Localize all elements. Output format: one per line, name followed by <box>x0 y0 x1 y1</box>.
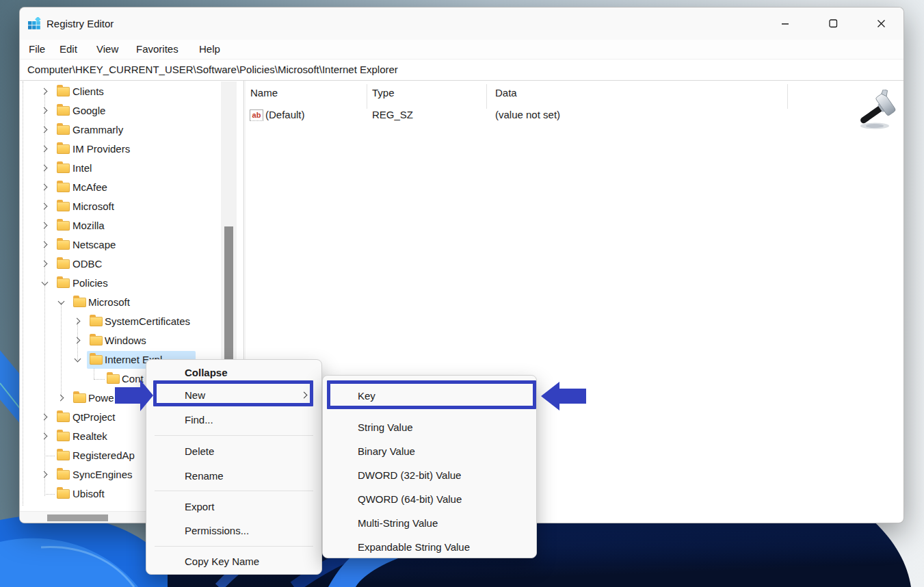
submenu-item-multi-string-value[interactable]: Multi-String Value <box>358 511 438 535</box>
tree-item-label: Netscape <box>72 235 116 255</box>
string-value-icon: ab <box>250 109 263 121</box>
desktop: Registry Editor File Edit View Favorites… <box>0 0 924 587</box>
chevron-right-icon[interactable] <box>75 318 81 325</box>
chevron-right-icon[interactable] <box>42 165 49 172</box>
tree-row[interactable]: Google <box>20 101 220 120</box>
folder-icon <box>73 393 86 403</box>
tree-row[interactable]: SystemCertificates <box>20 312 220 331</box>
menu-item-rename[interactable]: Rename <box>185 464 224 488</box>
folder-icon <box>57 202 70 211</box>
tree-item-label: Google <box>72 101 105 120</box>
column-divider[interactable] <box>486 84 487 109</box>
chevron-down-icon[interactable] <box>42 280 49 287</box>
hammer-cursor-icon <box>854 90 898 133</box>
menu-file[interactable]: File <box>27 40 47 59</box>
chevron-right-icon[interactable] <box>42 261 49 268</box>
chevron-right-icon[interactable] <box>42 471 49 478</box>
menu-edit[interactable]: Edit <box>58 40 79 59</box>
chevron-down-icon[interactable] <box>58 299 65 306</box>
chevron-right-icon[interactable] <box>42 146 49 153</box>
folder-icon <box>57 259 70 269</box>
submenu-item-qword-value[interactable]: QWORD (64-bit) Value <box>358 487 462 511</box>
chevron-down-icon[interactable] <box>75 356 81 363</box>
folder-icon <box>73 298 86 307</box>
tree-item-label: SyncEngines <box>72 465 133 484</box>
menu-view[interactable]: View <box>95 40 120 59</box>
column-header-data[interactable]: Data <box>495 83 517 103</box>
tree-row[interactable]: Microsoft <box>20 197 220 216</box>
menu-separator <box>155 546 313 547</box>
submenu-item-expandable-string-value[interactable]: Expandable String Value <box>358 535 470 559</box>
highlight-box-key <box>327 380 536 409</box>
folder-icon <box>57 278 70 288</box>
chevron-right-icon[interactable] <box>42 107 49 114</box>
tree-row[interactable]: Mozilla <box>20 216 220 235</box>
tree-item-label: Mozilla <box>72 216 105 235</box>
menu-favorites[interactable]: Favorites <box>135 40 180 59</box>
column-header-name[interactable]: Name <box>250 83 278 103</box>
chevron-right-icon[interactable] <box>58 395 65 402</box>
close-button[interactable] <box>865 12 897 35</box>
tree-row[interactable]: Grammarly <box>20 120 220 140</box>
menu-item-find[interactable]: Find... <box>185 408 213 432</box>
tree-row[interactable]: Intel <box>20 159 220 178</box>
chevron-right-icon[interactable] <box>42 222 49 229</box>
tree-item-label: Microsoft <box>72 197 114 216</box>
chevron-right-icon[interactable] <box>42 242 49 248</box>
folder-icon <box>57 144 70 154</box>
menu-item-export[interactable]: Export <box>185 495 214 519</box>
tree-item-label: Powe <box>88 389 114 408</box>
address-bar[interactable]: Computer\HKEY_CURRENT_USER\Software\Poli… <box>20 59 903 81</box>
minimize-button[interactable] <box>769 12 801 35</box>
chevron-right-icon[interactable] <box>42 203 49 210</box>
chevron-right-icon[interactable] <box>42 88 49 95</box>
chevron-right-icon[interactable] <box>42 184 49 191</box>
folder-icon <box>57 221 70 231</box>
chevron-right-icon[interactable] <box>42 433 49 440</box>
tree-item-label: SystemCertificates <box>105 312 190 331</box>
folder-icon <box>90 336 103 345</box>
tree-row[interactable]: Netscape <box>20 235 220 255</box>
menu-separator <box>155 491 313 491</box>
scrollbar-thumb[interactable] <box>47 514 108 521</box>
tree-item-label: Realtek <box>72 427 107 446</box>
submenu-item-dword-value[interactable]: DWORD (32-bit) Value <box>358 463 461 487</box>
tree-item-label: ODBC <box>72 255 102 274</box>
folder-icon <box>57 125 70 135</box>
registry-path: Computer\HKEY_CURRENT_USER\Software\Poli… <box>27 60 398 80</box>
menu-separator <box>155 435 313 436</box>
title-bar[interactable]: Registry Editor <box>20 8 903 40</box>
column-divider[interactable] <box>367 84 367 109</box>
tree-row[interactable]: McAfee <box>20 178 220 197</box>
menu-help[interactable]: Help <box>198 40 222 59</box>
chevron-right-icon[interactable] <box>75 337 81 344</box>
tree-row[interactable]: Clients <box>20 82 220 101</box>
value-data: (value not set) <box>495 105 560 125</box>
tree-row[interactable]: Windows <box>20 331 220 350</box>
menu-item-delete[interactable]: Delete <box>185 439 214 464</box>
folder-icon <box>57 240 70 250</box>
submenu-item-string-value[interactable]: String Value <box>358 415 413 439</box>
tree-row[interactable]: Microsoft <box>20 293 220 312</box>
tree-item-label: Intel <box>72 159 92 178</box>
menu-item-copy-key-name[interactable]: Copy Key Name <box>185 549 259 574</box>
maximize-button[interactable] <box>817 12 849 35</box>
registry-editor-icon <box>28 17 41 30</box>
folder-icon <box>57 432 70 441</box>
tree-row[interactable]: IM Providers <box>20 140 220 159</box>
tree-item-label: Microsoft <box>88 293 130 312</box>
chevron-right-icon[interactable] <box>42 127 49 133</box>
tree-item-label: Windows <box>105 331 146 350</box>
value-name[interactable]: (Default) <box>265 105 305 125</box>
tree-item-label: Policies <box>72 274 108 293</box>
tree-row[interactable]: ODBC <box>20 255 220 274</box>
submenu-item-binary-value[interactable]: Binary Value <box>358 439 415 463</box>
scrollbar-thumb[interactable] <box>224 226 233 360</box>
tree-row[interactable]: Policies <box>20 274 220 293</box>
chevron-right-icon[interactable] <box>42 414 49 421</box>
menu-item-permissions[interactable]: Permissions... <box>185 519 249 543</box>
column-divider[interactable] <box>787 84 788 109</box>
column-header-type[interactable]: Type <box>372 83 395 103</box>
arrow-pointing-right <box>115 378 155 413</box>
tree-item-label: QtProject <box>72 408 116 427</box>
